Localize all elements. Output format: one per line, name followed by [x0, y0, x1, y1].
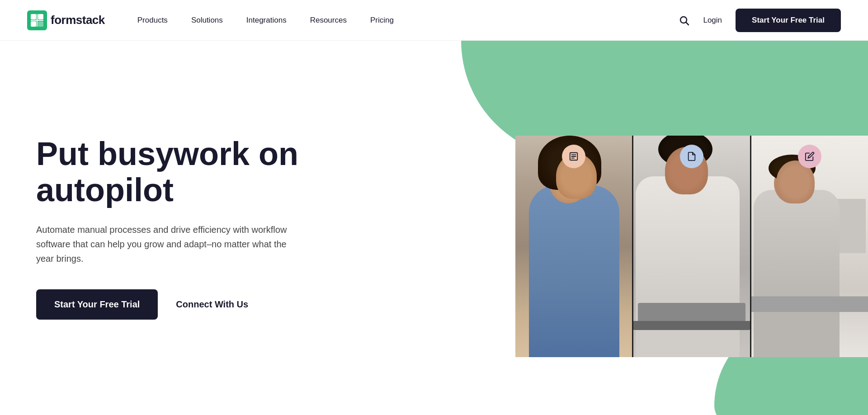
nav-products[interactable]: Products — [127, 11, 178, 29]
nav-resources[interactable]: Resources — [300, 11, 357, 29]
image-panel-1 — [515, 136, 632, 357]
image-panel-2 — [632, 136, 750, 357]
svg-line-8 — [686, 22, 689, 25]
nav-solutions[interactable]: Solutions — [181, 11, 233, 29]
hero-section: Put busywork on autopilot Automate manua… — [0, 41, 868, 415]
svg-rect-4 — [38, 21, 43, 27]
image-panel-3 — [750, 136, 868, 357]
hero-cta-primary[interactable]: Start Your Free Trial — [36, 289, 158, 320]
nav-actions: Login Start Your Free Trial — [679, 9, 841, 32]
login-link[interactable]: Login — [703, 16, 722, 25]
badge-doc-icon — [680, 145, 703, 168]
svg-rect-1 — [31, 14, 36, 19]
nav-links: Products Solutions Integrations Resource… — [127, 11, 679, 29]
logo-text: formstack — [51, 13, 105, 27]
badge-edit-icon — [798, 145, 821, 168]
hero-subtext: Automate manual processes and drive effi… — [36, 222, 298, 266]
logo[interactable]: formstack — [27, 10, 105, 30]
navbar: formstack Products Solutions Integration… — [0, 0, 868, 41]
nav-pricing[interactable]: Pricing — [360, 11, 404, 29]
hero-headline: Put busywork on autopilot — [36, 136, 326, 208]
svg-rect-2 — [38, 14, 43, 19]
svg-rect-3 — [31, 21, 36, 27]
hero-cta-secondary[interactable]: Connect With Us — [176, 299, 248, 310]
badge-forms-icon — [562, 145, 585, 168]
search-icon[interactable] — [679, 15, 689, 26]
hero-content: Put busywork on autopilot Automate manua… — [0, 136, 326, 319]
hero-buttons: Start Your Free Trial Connect With Us — [36, 289, 326, 320]
hero-image-collage — [515, 136, 868, 357]
nav-cta-button[interactable]: Start Your Free Trial — [736, 9, 841, 32]
nav-integrations[interactable]: Integrations — [236, 11, 297, 29]
